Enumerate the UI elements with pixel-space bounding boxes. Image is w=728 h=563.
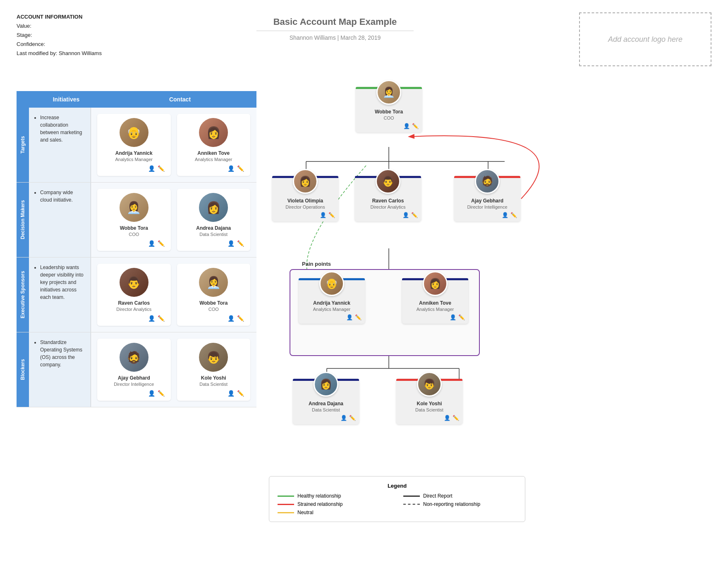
person-icon[interactable]: 👤 bbox=[450, 314, 456, 320]
edit-icon[interactable]: ✏️ bbox=[158, 315, 165, 322]
contact-icons: 👤 ✏️ bbox=[181, 165, 247, 172]
legend-item-direct: Direct Report bbox=[403, 493, 517, 499]
legend-line-gold bbox=[278, 512, 294, 513]
contact-icons: 👤 ✏️ bbox=[181, 240, 247, 247]
edit-icon[interactable]: ✏️ bbox=[328, 212, 335, 218]
pain-points-label: Pain points bbox=[302, 261, 331, 267]
org-avatar-violeta: 👩 bbox=[293, 169, 318, 194]
contact-anniken-tove[interactable]: 👩 Anniken Tove Analytics Manager 👤 ✏️ bbox=[177, 114, 251, 176]
legend-item-healthy: Healthy relationship bbox=[278, 493, 391, 499]
contact-kole-yoshi[interactable]: 👦 Kole Yoshi Data Scientist 👤 ✏️ bbox=[177, 339, 251, 401]
avatar-wobbe: 👩‍💼 bbox=[120, 193, 148, 222]
org-icons: 👤 ✏️ bbox=[405, 314, 465, 320]
org-node-andrea-bottom[interactable]: 👩 Andrea Dajana Data Scientist 👤 ✏️ bbox=[293, 379, 359, 424]
person-icon[interactable]: 👤 bbox=[320, 212, 326, 218]
person-icon[interactable]: 👤 bbox=[403, 123, 410, 129]
decision-contacts: 👩‍💼 Wobbe Tora COO 👤 ✏️ 👩 Andrea Dajana … bbox=[91, 183, 256, 257]
edit-icon[interactable]: ✏️ bbox=[158, 240, 165, 247]
person-icon[interactable]: 👤 bbox=[402, 212, 409, 218]
org-avatar-andrija-pain: 👴 bbox=[319, 271, 344, 296]
org-node-kole[interactable]: 👦 Kole Yoshi Data Scientist 👤 ✏️ bbox=[396, 379, 462, 424]
table-outer: Initiatives Contact Targets Increase col… bbox=[17, 91, 256, 407]
contact-icons: 👤 ✏️ bbox=[101, 165, 167, 172]
edit-icon[interactable]: ✏️ bbox=[158, 390, 165, 397]
person-icon[interactable]: 👤 bbox=[340, 415, 347, 421]
contact-raven-carlos[interactable]: 👨 Raven Carlos Director Analytics 👤 ✏️ bbox=[97, 264, 171, 326]
targets-contacts: 👴 Andrija Yannick Analytics Manager 👤 ✏️… bbox=[91, 108, 256, 182]
org-avatar-ajay: 🧔 bbox=[475, 169, 500, 194]
logo-placeholder: Add account logo here bbox=[579, 12, 711, 66]
row-decision-makers: Decision Makers Company wide cloud initi… bbox=[17, 183, 256, 257]
edit-icon[interactable]: ✏️ bbox=[412, 123, 419, 129]
contact-icons: 👤 ✏️ bbox=[101, 390, 167, 397]
legend-label-healthy: Healthy relationship bbox=[297, 493, 341, 499]
org-node-andrija-pain[interactable]: 👴 Andrija Yannick Analytics Manager 👤 ✏️ bbox=[299, 278, 365, 324]
edit-icon[interactable]: ✏️ bbox=[411, 212, 418, 218]
legend-line-dashed bbox=[403, 504, 420, 505]
org-avatar-wobbe: 👩‍💼 bbox=[376, 80, 401, 105]
executive-contacts: 👨 Raven Carlos Director Analytics 👤 ✏️ 👩… bbox=[91, 257, 256, 332]
contact-icons: 👤 ✏️ bbox=[101, 240, 167, 247]
edit-icon[interactable]: ✏️ bbox=[510, 212, 517, 218]
last-modified-label: Last modified by: Shannon Williams bbox=[17, 49, 108, 58]
org-icons: 👤 ✏️ bbox=[296, 415, 356, 421]
person-icon[interactable]: 👤 bbox=[148, 390, 155, 397]
legend-label-direct: Direct Report bbox=[423, 493, 453, 499]
legend-label-non-reporting: Non-reporting relationship bbox=[423, 501, 480, 507]
contact-andrija-yannick[interactable]: 👴 Andrija Yannick Analytics Manager 👤 ✏️ bbox=[97, 114, 171, 176]
person-icon[interactable]: 👤 bbox=[228, 165, 235, 172]
confidence-label: Confidence: bbox=[17, 40, 108, 49]
pain-points-box: 👴 Andrija Yannick Analytics Manager 👤 ✏️… bbox=[290, 269, 480, 356]
person-icon[interactable]: 👤 bbox=[228, 315, 235, 322]
legend-line-solid bbox=[403, 496, 420, 497]
contact-andrea-dajana[interactable]: 👩 Andrea Dajana Data Scientist 👤 ✏️ bbox=[177, 189, 251, 251]
person-icon[interactable]: 👤 bbox=[148, 240, 155, 247]
org-avatar-andrea-bottom: 👩 bbox=[314, 372, 338, 397]
row-blockers: Blockers Standardize Operating Systems (… bbox=[17, 332, 256, 407]
org-chart-container: Play tennis together 👩‍💼 Wobbe Tora COO … bbox=[265, 70, 711, 546]
col-initiatives: Initiatives bbox=[29, 91, 103, 108]
org-node-raven[interactable]: 👨 Raven Carlos Director Analytics 👤 ✏️ bbox=[355, 176, 421, 221]
edit-icon[interactable]: ✏️ bbox=[355, 314, 362, 320]
avatar-kole: 👦 bbox=[199, 343, 228, 372]
contact-icons: 👤 ✏️ bbox=[101, 315, 167, 322]
edit-icon[interactable]: ✏️ bbox=[453, 415, 459, 421]
edit-icon[interactable]: ✏️ bbox=[237, 165, 244, 172]
edit-icon[interactable]: ✏️ bbox=[237, 390, 244, 397]
contact-wobbe-tora[interactable]: 👩‍💼 Wobbe Tora COO 👤 ✏️ bbox=[97, 189, 171, 251]
legend-title: Legend bbox=[278, 483, 517, 489]
account-map-table: Initiatives Contact Targets Increase col… bbox=[17, 91, 256, 407]
person-icon[interactable]: 👤 bbox=[444, 415, 450, 421]
edit-icon[interactable]: ✏️ bbox=[349, 415, 356, 421]
person-icon[interactable]: 👤 bbox=[346, 314, 353, 320]
org-avatar-kole: 👦 bbox=[417, 372, 442, 397]
person-icon[interactable]: 👤 bbox=[228, 390, 235, 397]
edit-icon[interactable]: ✏️ bbox=[158, 165, 165, 172]
org-node-wobbe-top[interactable]: 👩‍💼 Wobbe Tora COO 👤 ✏️ bbox=[356, 87, 422, 132]
edit-icon[interactable]: ✏️ bbox=[237, 240, 244, 247]
person-icon[interactable]: 👤 bbox=[228, 240, 235, 247]
row-label-executive: Executive Sponsors bbox=[17, 257, 29, 332]
main-title: Basic Account Map Example bbox=[256, 17, 414, 31]
avatar-andrea: 👩 bbox=[199, 193, 228, 222]
avatar-andrija: 👴 bbox=[120, 118, 148, 147]
person-icon[interactable]: 👤 bbox=[148, 165, 155, 172]
legend-line-green bbox=[278, 496, 294, 497]
legend-item-neutral: Neutral bbox=[278, 510, 391, 515]
edit-icon[interactable]: ✏️ bbox=[237, 315, 244, 322]
avatar-raven: 👨 bbox=[120, 268, 148, 297]
person-icon[interactable]: 👤 bbox=[502, 212, 508, 218]
org-node-ajay-top[interactable]: 🧔 Ajay Gebhard Director Intelligence 👤 ✏… bbox=[454, 176, 520, 221]
contact-wobbe-tora-exec[interactable]: 👩‍💼 Wobbe Tora COO 👤 ✏️ bbox=[177, 264, 251, 326]
contact-ajay-gebhard[interactable]: 🧔 Ajay Gebhard Director Intelligence 👤 ✏… bbox=[97, 339, 171, 401]
org-node-violeta[interactable]: 👩 Violeta Olimpia Director Operations 👤 … bbox=[272, 176, 338, 221]
org-node-anniken-pain[interactable]: 👩 Anniken Tove Analytics Manager 👤 ✏️ bbox=[402, 278, 468, 324]
avatar-anniken: 👩 bbox=[199, 118, 228, 147]
legend-grid: Healthy relationship Direct Report Strai… bbox=[278, 493, 517, 515]
legend-label-strained: Strained relationship bbox=[297, 501, 342, 507]
edit-icon[interactable]: ✏️ bbox=[458, 314, 465, 320]
person-icon[interactable]: 👤 bbox=[148, 315, 155, 322]
org-icons: 👤 ✏️ bbox=[358, 212, 418, 218]
org-icons: 👤 ✏️ bbox=[400, 415, 459, 421]
table-header: Initiatives Contact bbox=[17, 91, 256, 108]
